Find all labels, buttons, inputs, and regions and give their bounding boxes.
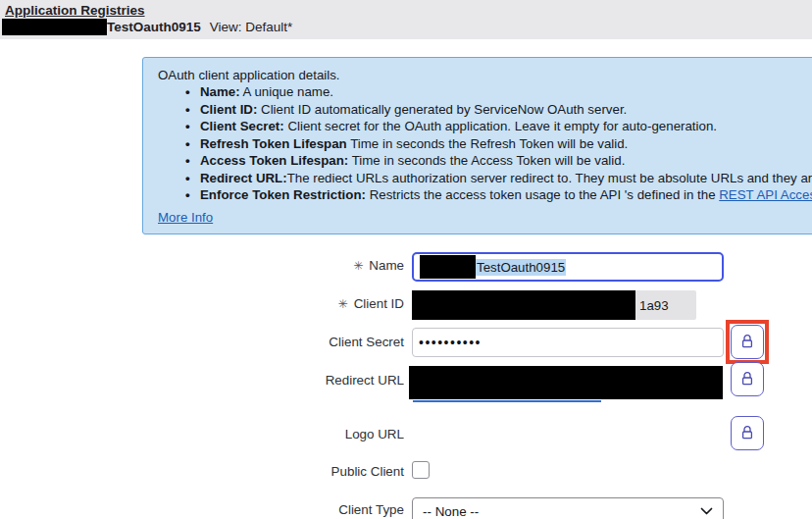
bullet-desc: The rediect URLs authorization server re… <box>287 171 812 185</box>
label-text: Redirect URL <box>326 373 404 388</box>
redaction-box <box>2 19 107 35</box>
info-bullet-name: Name: A unique name. <box>158 83 812 101</box>
page-title: Application Registries <box>5 3 145 18</box>
redacted-link-underline <box>413 400 601 402</box>
more-info-link[interactable]: More Info <box>158 209 213 226</box>
redaction-box <box>409 366 723 399</box>
mandatory-icon: ✳ <box>353 259 363 273</box>
client-type-label: Client Type <box>0 502 404 517</box>
client-secret-lock-button[interactable] <box>731 325 764 359</box>
lock-icon <box>739 333 755 352</box>
label-text: Name <box>369 258 404 273</box>
logo-url-label: Logo URL <box>0 427 404 441</box>
chevron-down-icon <box>700 507 713 515</box>
masked-secret-value: •••••••••• <box>419 335 482 350</box>
info-bullet-access-token: Access Token Lifespan: Time in seconds t… <box>158 152 812 170</box>
lock-icon <box>739 370 755 389</box>
info-bullet-refresh-token: Refresh Token Lifespan Time in seconds t… <box>158 135 812 153</box>
header-bar: Application Registries TestOauth0915 Vie… <box>0 0 812 39</box>
info-intro: OAuth client application details. <box>158 67 812 83</box>
info-bullet-list: Name: A unique name. Client ID: Client I… <box>158 83 812 204</box>
bullet-term: Access Token Lifespan: <box>200 153 348 168</box>
bullet-desc: Restricts the access token usage to the … <box>366 187 719 202</box>
bullet-term: Refresh Token Lifespan <box>200 136 347 151</box>
client-id-visible-value: 1a93 <box>639 298 669 313</box>
client-secret-input[interactable]: •••••••••• <box>412 328 724 357</box>
client-type-select[interactable]: -- None -- <box>412 497 724 519</box>
redaction-box <box>420 255 476 279</box>
name-value-selected: TestOauth0915 <box>476 259 566 276</box>
bullet-desc: Client secret for the OAuth application.… <box>284 119 717 133</box>
bullet-desc: A unique name. <box>240 84 333 99</box>
name-input[interactable]: TestOauth0915 <box>412 252 724 282</box>
bullet-term: Name: <box>200 84 240 99</box>
info-bullet-client-id: Client ID: Client ID automatically gener… <box>158 101 812 119</box>
name-label: ✳Name <box>0 258 404 273</box>
label-text: Logo URL <box>345 427 404 441</box>
bullet-desc: Client ID automatically generated by Ser… <box>257 102 627 117</box>
bullet-term: Client Secret: <box>200 119 284 133</box>
info-bullet-client-secret: Client Secret: Client secret for the OAu… <box>158 118 812 135</box>
label-text: Client ID <box>354 296 404 311</box>
redaction-box <box>412 290 635 320</box>
info-bullet-enforce-token: Enforce Token Restriction: Restricts the… <box>158 186 812 204</box>
mandatory-icon: ✳ <box>338 297 348 311</box>
label-text: Public Client <box>331 464 404 479</box>
client-id-field: 1a93 <box>412 290 696 320</box>
record-header: TestOauth0915 View: Default* <box>2 19 292 35</box>
rest-api-access-link[interactable]: REST API Access <box>719 187 812 202</box>
lock-icon <box>739 424 755 443</box>
info-message-box: OAuth client application details. Name: … <box>142 57 812 234</box>
bullet-term: Redirect URL: <box>200 171 287 185</box>
redirect-url-label: Redirect URL <box>0 373 404 388</box>
view-label: View: Default* <box>210 20 293 34</box>
client-secret-label: Client Secret <box>0 335 404 349</box>
client-type-selected-value: -- None -- <box>423 504 479 519</box>
bullet-term: Client ID: <box>200 102 257 117</box>
label-text: Client Type <box>338 502 404 517</box>
client-id-label: ✳Client ID <box>0 296 404 311</box>
logo-url-lock-button[interactable] <box>731 416 764 450</box>
redirect-url-lock-button[interactable] <box>731 362 764 396</box>
public-client-label: Public Client <box>0 464 404 479</box>
bullet-term: Enforce Token Restriction: <box>200 187 366 202</box>
info-bullet-redirect-url: Redirect URL:The rediect URLs authorizat… <box>158 170 812 187</box>
label-text: Client Secret <box>329 335 404 349</box>
highlight-box <box>726 320 769 364</box>
bullet-desc: Time in seconds the Refresh Token will b… <box>347 136 629 151</box>
bullet-desc: Time in seconds the Access Token will be… <box>348 153 625 168</box>
record-name: TestOauth0915 <box>107 20 201 34</box>
public-client-checkbox[interactable] <box>412 461 430 479</box>
